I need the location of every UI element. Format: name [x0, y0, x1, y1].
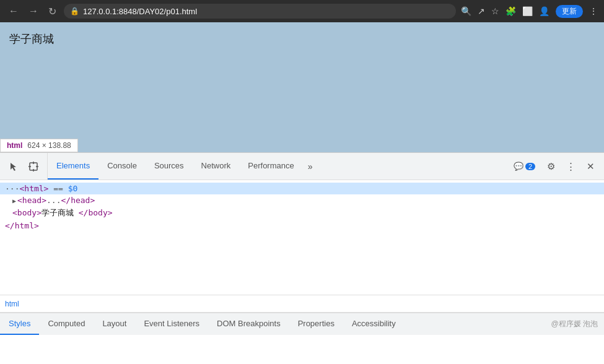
more-options-button[interactable]: ⋮: [562, 158, 579, 175]
bottom-tab-layout[interactable]: Layout: [94, 313, 135, 335]
address-bar[interactable]: 🔒 127.0.0.1:8848/DAY02/p01.html: [64, 4, 456, 19]
tooltip-tag: html: [7, 141, 22, 150]
reload-button[interactable]: ↻: [46, 6, 59, 17]
dom-html-line[interactable]: ···<html> == $0: [0, 183, 604, 194]
tab-performance[interactable]: Performance: [239, 153, 302, 180]
browser-more-icon[interactable]: ⋮: [589, 6, 598, 16]
back-button[interactable]: ←: [6, 6, 21, 17]
browser-actions: 🔍 ↗ ☆ 🧩 ⬜ 👤 更新 ⋮: [461, 5, 598, 18]
bottom-tab-properties[interactable]: Properties: [289, 313, 343, 335]
bottom-tab-accessibility[interactable]: Accessibility: [343, 313, 405, 335]
close-devtools-button[interactable]: ✕: [582, 158, 599, 175]
more-tabs-button[interactable]: »: [303, 162, 318, 171]
tab-sources[interactable]: Sources: [146, 153, 193, 180]
dom-head-line[interactable]: ▶<head>...</head>: [0, 194, 604, 206]
forward-button[interactable]: →: [26, 6, 41, 17]
webpage-area: 学子商城 html 624 × 138.88: [0, 22, 604, 152]
devtools-bottom: html Styles Computed Layout Event Listen…: [0, 295, 604, 335]
browser-bar: ← → ↻ 🔒 127.0.0.1:8848/DAY02/p01.html 🔍 …: [0, 0, 604, 22]
inspect-icon-button[interactable]: [25, 158, 42, 175]
star-icon[interactable]: ☆: [491, 6, 499, 16]
dom-body-line[interactable]: <body>学子商城 </body>: [0, 206, 604, 220]
tooltip-size: 624 × 138.88: [27, 141, 71, 150]
tab-network[interactable]: Network: [193, 153, 240, 180]
chat-icon: 💬: [514, 162, 523, 171]
breadcrumb-html[interactable]: html: [5, 300, 19, 308]
badge-count: 2: [525, 163, 535, 170]
devtools-right-actions: 💬 2 ⚙ ⋮ ✕: [504, 158, 604, 175]
bottom-tab-dom-breakpoints[interactable]: DOM Breakpoints: [208, 313, 289, 335]
devtools-icon-group: [0, 153, 48, 180]
update-button[interactable]: 更新: [556, 5, 583, 18]
search-icon[interactable]: 🔍: [461, 6, 471, 16]
cursor-icon-button[interactable]: [5, 158, 22, 175]
bottom-tab-styles[interactable]: Styles: [0, 313, 39, 335]
tab-console[interactable]: Console: [98, 153, 146, 180]
bottom-tab-computed[interactable]: Computed: [39, 313, 94, 335]
watermark: @程序媛 泡泡: [551, 319, 604, 329]
triangle-icon: ▶: [12, 197, 16, 204]
tab-elements[interactable]: Elements: [48, 153, 98, 180]
element-tooltip: html 624 × 138.88: [0, 139, 78, 152]
console-badge-button[interactable]: 💬 2: [509, 160, 540, 173]
url-text: 127.0.0.1:8848/DAY02/p01.html: [83, 7, 197, 16]
devtools-tabs: Elements Console Sources Network Perform…: [48, 153, 504, 180]
devtools-panel: Elements Console Sources Network Perform…: [0, 152, 604, 335]
devtools-toolbar: Elements Console Sources Network Perform…: [0, 153, 604, 180]
share-icon[interactable]: ↗: [478, 6, 485, 16]
lock-icon: 🔒: [70, 7, 79, 15]
cast-icon[interactable]: ⬜: [522, 6, 533, 16]
extension-icon[interactable]: 🧩: [506, 6, 516, 16]
breadcrumb: html: [0, 295, 604, 313]
settings-button[interactable]: ⚙: [542, 158, 559, 175]
bottom-tab-event-listeners[interactable]: Event Listeners: [135, 313, 208, 335]
dom-html-close-line[interactable]: </html>: [0, 220, 604, 232]
bottom-tabs: Styles Computed Layout Event Listeners D…: [0, 313, 604, 335]
dom-html-dots: ···: [5, 184, 19, 193]
webpage-title: 学子商城: [9, 32, 595, 46]
profile-icon[interactable]: 👤: [539, 6, 549, 16]
devtools-content: ···<html> == $0 ▶<head>...</head> <body>…: [0, 180, 604, 295]
